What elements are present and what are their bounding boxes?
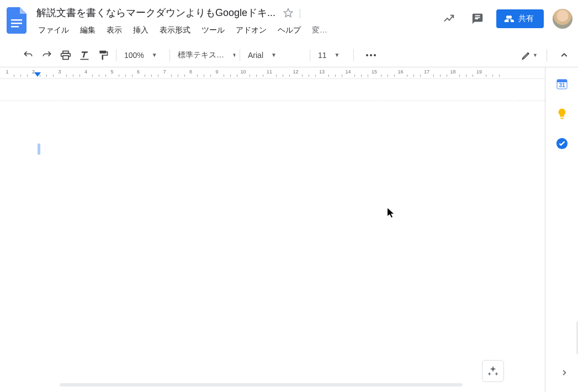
ruler-number: 9 <box>215 69 218 75</box>
font-size-dropdown[interactable]: 11 ▼ <box>315 47 349 63</box>
svg-point-6 <box>370 54 372 56</box>
ruler-number: 16 <box>397 69 403 75</box>
divider: | <box>299 7 301 19</box>
undo-button[interactable] <box>20 47 36 63</box>
page-canvas[interactable] <box>0 78 545 392</box>
zoom-dropdown[interactable]: 100% ▼ <box>121 47 165 63</box>
tasks-icon[interactable] <box>555 137 569 150</box>
more-tools-button[interactable] <box>363 47 379 63</box>
text-cursor-selection <box>38 144 40 155</box>
ruler-number: 17 <box>424 69 429 75</box>
activity-icon[interactable] <box>439 9 459 29</box>
svg-rect-0 <box>11 19 22 21</box>
share-button-label: 共有 <box>518 14 534 24</box>
document-area[interactable]: 12345678910111213141516171819 <box>0 67 545 392</box>
share-button[interactable]: 共有 <box>496 9 544 28</box>
separator <box>116 49 116 61</box>
ruler-number: 12 <box>293 69 298 75</box>
comments-icon[interactable] <box>468 9 487 29</box>
font-size-value: 11 <box>318 51 327 60</box>
ruler-number: 19 <box>476 69 482 75</box>
ruler-number: 6 <box>137 69 140 75</box>
ruler-number: 11 <box>267 69 272 75</box>
page-edge-line <box>0 78 545 79</box>
ruler-number: 14 <box>345 69 351 75</box>
redo-button[interactable] <box>39 47 55 63</box>
expand-side-panel-button[interactable] <box>560 369 568 377</box>
menu-bar: ファイル 編集 表示 挿入 表示形式 ツール アドオン ヘルプ 変… <box>33 23 439 38</box>
ruler-number: 15 <box>372 69 377 75</box>
mouse-pointer-icon <box>388 208 395 218</box>
menu-file[interactable]: ファイル <box>33 23 74 38</box>
horizontal-scrollbar[interactable] <box>60 383 463 386</box>
menu-help[interactable]: ヘルプ <box>273 23 306 38</box>
menu-view[interactable]: 表示 <box>102 23 127 38</box>
horizontal-ruler[interactable]: 12345678910111213141516171819 <box>0 67 545 78</box>
paint-format-button[interactable] <box>95 47 112 63</box>
side-panel: 31 <box>545 67 578 392</box>
menu-tools[interactable]: ツール <box>197 23 230 38</box>
collapse-toolbar-button[interactable] <box>556 47 572 63</box>
docs-app-icon[interactable] <box>6 6 28 35</box>
document-title[interactable]: 解説文書を書くならマークダウンよりもGoogleドキ... <box>33 5 279 20</box>
chevron-down-icon: ▼ <box>152 52 157 58</box>
chevron-down-icon: ▼ <box>271 52 277 58</box>
svg-text:31: 31 <box>559 82 565 88</box>
menu-insert[interactable]: 挿入 <box>128 23 153 38</box>
ruler-number: 10 <box>240 69 246 75</box>
editing-mode-button[interactable]: ▼ <box>521 47 538 63</box>
zoom-value: 100% <box>124 51 144 60</box>
chevron-down-icon: ▼ <box>335 52 340 58</box>
svg-rect-2 <box>11 26 19 28</box>
page-margin-line <box>0 100 545 101</box>
paragraph-style-value: 標準テキス… <box>178 50 224 60</box>
separator <box>169 49 170 61</box>
svg-point-5 <box>366 54 368 56</box>
menu-edit[interactable]: 編集 <box>75 23 100 38</box>
ruler-number: 2 <box>32 69 35 75</box>
font-family-dropdown[interactable]: Arial ▼ <box>245 47 305 63</box>
ruler-number: 3 <box>58 69 61 75</box>
clear-formatting-button[interactable] <box>76 47 93 63</box>
separator <box>310 49 310 61</box>
menu-addons[interactable]: アドオン <box>231 23 272 38</box>
chevron-down-icon: ▼ <box>232 52 235 58</box>
font-family-value: Arial <box>248 51 263 60</box>
star-icon[interactable] <box>283 8 293 18</box>
last-edit-status[interactable]: 変… <box>307 23 332 38</box>
separator <box>240 49 240 61</box>
explore-button[interactable] <box>482 360 504 382</box>
ruler-number: 18 <box>450 69 455 75</box>
print-button[interactable] <box>57 47 74 63</box>
ruler-number: 13 <box>319 69 325 75</box>
ruler-number: 7 <box>163 69 166 75</box>
ruler-number: 5 <box>110 69 113 75</box>
paragraph-style-dropdown[interactable]: 標準テキス… ▼ <box>174 47 235 63</box>
calendar-icon[interactable]: 31 <box>555 77 569 91</box>
account-avatar[interactable] <box>553 9 572 29</box>
svg-rect-1 <box>11 23 22 24</box>
separator <box>353 49 354 61</box>
ruler-number: 8 <box>189 69 192 75</box>
keep-icon[interactable] <box>555 107 569 120</box>
toolbar: 100% ▼ 標準テキス… ▼ Arial ▼ 11 ▼ ▼ <box>0 43 578 67</box>
svg-rect-4 <box>63 55 68 59</box>
svg-point-7 <box>374 54 376 56</box>
ruler-number: 1 <box>6 69 8 75</box>
separator <box>547 49 547 61</box>
menu-format[interactable]: 表示形式 <box>155 23 195 38</box>
ruler-number: 4 <box>84 69 87 75</box>
